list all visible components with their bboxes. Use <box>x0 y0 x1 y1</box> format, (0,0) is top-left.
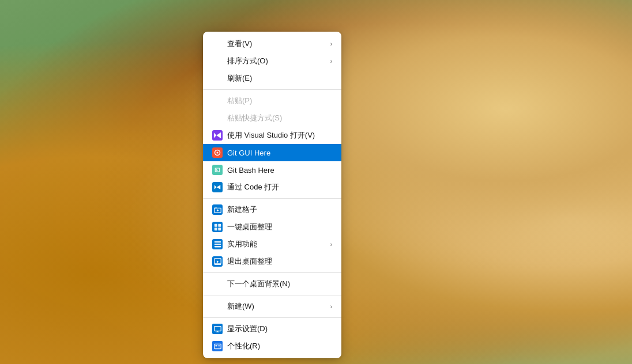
context-menu: 查看(V)›排序方式(O)›刷新(E)粘贴(P)粘贴快捷方式(S)使用 Visu… <box>203 32 341 358</box>
vscode-icon <box>212 182 223 192</box>
menu-item-practical[interactable]: 实用功能› <box>203 236 341 253</box>
menu-item-exit-desktop[interactable]: 退出桌面整理 <box>203 253 341 270</box>
menu-item-display-settings[interactable]: 显示设置(D) <box>203 320 341 338</box>
svg-rect-15 <box>214 326 220 331</box>
svg-rect-7 <box>218 223 221 226</box>
menu-item-label: 查看(V) <box>227 39 326 49</box>
submenu-arrow-icon: › <box>330 304 332 310</box>
menu-item-label: 粘贴快捷方式(S) <box>227 113 332 123</box>
new-folder-icon <box>212 204 223 215</box>
menu-item-paste-shortcut: 粘贴快捷方式(S) <box>203 109 341 127</box>
exit-desktop-icon <box>212 256 223 267</box>
svg-rect-11 <box>214 243 220 244</box>
menu-item-label: 退出桌面整理 <box>227 256 332 267</box>
svg-rect-6 <box>214 223 217 226</box>
git-gui-icon <box>212 147 223 158</box>
menu-item-label: 粘贴(P) <box>227 96 332 106</box>
menu-item-personalize[interactable]: 个性化(R) <box>203 338 341 355</box>
menu-separator <box>203 272 341 273</box>
svg-rect-10 <box>214 241 220 242</box>
menu-item-new-folder[interactable]: 新建格子 <box>203 201 341 218</box>
menu-item-label: 排序方式(O) <box>227 56 326 66</box>
menu-item-label: 刷新(E) <box>227 73 332 84</box>
menu-item-sort[interactable]: 排序方式(O)› <box>203 52 341 70</box>
menu-item-git-gui[interactable]: Git GUI Here <box>203 144 341 161</box>
svg-rect-9 <box>218 227 221 230</box>
vs-icon <box>212 130 223 141</box>
menu-item-new[interactable]: 新建(W)› <box>203 298 341 315</box>
menu-item-label: Git GUI Here <box>227 149 332 157</box>
display-icon <box>212 324 223 334</box>
menu-item-desktop-org[interactable]: 一键桌面整理 <box>203 218 341 236</box>
personalize-icon <box>212 341 223 351</box>
menu-item-open-code[interactable]: 通过 Code 打开 <box>203 179 341 196</box>
menu-item-label: 新建(W) <box>227 301 326 312</box>
menu-separator <box>203 89 341 90</box>
menu-item-label: 使用 Visual Studio 打开(V) <box>227 130 332 141</box>
practical-icon <box>212 239 223 249</box>
svg-point-1 <box>217 152 219 154</box>
submenu-arrow-icon: › <box>330 58 332 65</box>
menu-item-label: 通过 Code 打开 <box>227 182 332 192</box>
menu-item-refresh[interactable]: 刷新(E) <box>203 70 341 87</box>
menu-item-label: 实用功能 <box>227 239 326 249</box>
menu-item-label: 新建格子 <box>227 204 332 215</box>
svg-marker-2 <box>215 168 220 172</box>
menu-item-label: Git Bash Here <box>227 166 332 175</box>
menu-item-git-bash[interactable]: Git Bash Here <box>203 161 341 179</box>
svg-rect-12 <box>214 245 220 247</box>
menu-item-label: 个性化(R) <box>227 341 332 351</box>
menu-item-open-vs[interactable]: 使用 Visual Studio 打开(V) <box>203 127 341 144</box>
menu-separator <box>203 295 341 295</box>
menu-item-label: 一键桌面整理 <box>227 222 332 232</box>
menu-item-label: 显示设置(D) <box>227 324 332 334</box>
git-bash-icon <box>212 165 223 175</box>
menu-separator <box>203 198 341 199</box>
desktop-org-icon <box>212 222 223 232</box>
menu-separator <box>203 317 341 318</box>
svg-rect-19 <box>215 345 217 346</box>
menu-item-label: 下一个桌面背景(N) <box>227 279 332 289</box>
submenu-arrow-icon: › <box>330 241 332 248</box>
svg-rect-8 <box>214 227 217 230</box>
svg-rect-18 <box>214 344 220 348</box>
menu-item-view[interactable]: 查看(V)› <box>203 35 341 52</box>
menu-item-paste: 粘贴(P) <box>203 92 341 109</box>
menu-item-next-wallpaper[interactable]: 下一个桌面背景(N) <box>203 275 341 293</box>
submenu-arrow-icon: › <box>330 41 332 47</box>
